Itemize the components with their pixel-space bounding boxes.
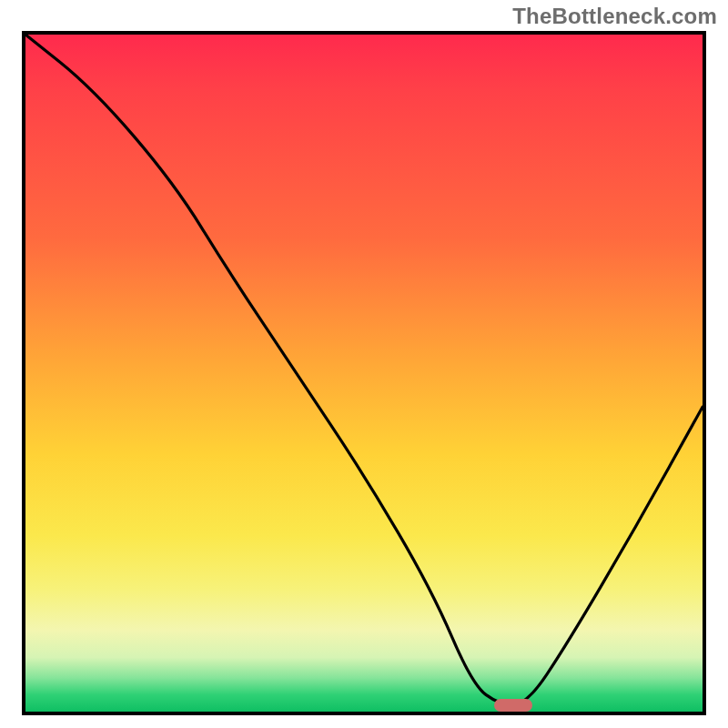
optimal-marker (494, 699, 532, 712)
watermark-text: TheBottleneck.com (512, 4, 717, 29)
chart-frame: TheBottleneck.com (0, 0, 728, 728)
plot-area (22, 31, 706, 715)
bottleneck-curve (25, 35, 703, 712)
